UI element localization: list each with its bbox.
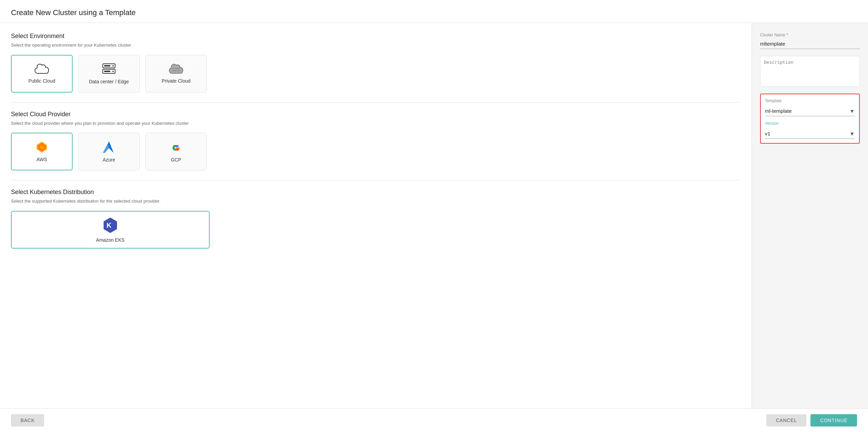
environment-desc: Select the operating environment for you… [11, 42, 741, 49]
svg-marker-10 [103, 144, 109, 153]
gcp-icon [169, 141, 184, 154]
page-header: Create New Cluster using a Template [0, 0, 868, 23]
private-cloud-icon [169, 64, 184, 75]
aws-label: AWS [36, 157, 47, 162]
k8s-distribution-options: K Amazon EKS [11, 211, 741, 249]
main-content: Select Environment Select the operating … [0, 23, 752, 408]
environment-section: Select Environment Select the operating … [11, 33, 741, 93]
cluster-name-label: Cluster Name * [760, 33, 860, 37]
right-panel: Cluster Name * Template ml-template othe… [752, 23, 868, 408]
k8s-desc: Select the supported Kubernetes distribu… [11, 198, 741, 205]
svg-rect-4 [104, 65, 110, 67]
option-aws[interactable]: AWS [11, 133, 73, 170]
back-button[interactable]: BACK [11, 414, 44, 427]
option-azure[interactable]: Azure [78, 133, 140, 170]
cloud-provider-title: Select Cloud Provider [11, 111, 741, 118]
option-datacenter-edge[interactable]: Data center / Edge [78, 55, 140, 93]
continue-button[interactable]: CONTINUE [810, 414, 857, 427]
cluster-name-input[interactable] [760, 39, 860, 49]
divider-2 [11, 180, 741, 180]
svg-rect-5 [104, 71, 110, 72]
private-cloud-label: Private Cloud [162, 78, 190, 84]
svg-point-3 [112, 71, 114, 72]
page-body: Select Environment Select the operating … [0, 23, 868, 408]
version-select-wrapper: v1 v2 ▾ [765, 129, 855, 139]
footer-right-buttons: CANCEL CONTINUE [766, 414, 857, 427]
amazon-eks-label: Amazon EKS [96, 237, 124, 243]
version-select[interactable]: v1 v2 [765, 129, 855, 139]
divider-1 [11, 102, 741, 103]
template-select[interactable]: ml-template other-template [765, 106, 855, 116]
template-select-wrapper: ml-template other-template ▾ [765, 106, 855, 116]
datacenter-edge-label: Data center / Edge [89, 79, 129, 84]
description-input[interactable] [760, 56, 860, 87]
option-gcp[interactable]: GCP [145, 133, 207, 170]
cancel-button[interactable]: CANCEL [766, 414, 807, 427]
template-group: Template ml-template other-template ▾ [765, 98, 855, 116]
page-footer: BACK CANCEL CONTINUE [0, 408, 868, 432]
page-title: Create New Cluster using a Template [11, 8, 857, 17]
template-version-section: Template ml-template other-template ▾ Ve… [760, 94, 860, 144]
gcp-label: GCP [171, 157, 181, 163]
cloud-provider-section: Select Cloud Provider Select the cloud p… [11, 111, 741, 171]
template-label: Template [765, 98, 855, 103]
cloud-provider-options: AWS Azure [11, 133, 741, 170]
cloud-provider-desc: Select the cloud provider where you plan… [11, 120, 741, 127]
option-amazon-eks[interactable]: K Amazon EKS [11, 211, 210, 249]
public-cloud-label: Public Cloud [28, 78, 55, 84]
environment-title: Select Environment [11, 33, 741, 40]
svg-text:K: K [107, 221, 112, 229]
option-public-cloud[interactable]: Public Cloud [11, 55, 73, 93]
cloud-icon [34, 64, 49, 75]
svg-point-2 [112, 65, 114, 67]
k8s-distribution-section: Select Kubernetes Distribution Select th… [11, 189, 741, 249]
cluster-name-group: Cluster Name * [760, 33, 860, 49]
aws-icon [33, 141, 50, 153]
datacenter-icon [102, 63, 116, 75]
eks-icon: K [102, 217, 119, 234]
azure-icon [101, 141, 116, 154]
description-group [760, 56, 860, 87]
k8s-title: Select Kubernetes Distribution [11, 189, 741, 196]
version-group: Version v1 v2 ▾ [765, 116, 855, 139]
environment-options: Public Cloud Data center [11, 55, 741, 93]
version-label: Version [765, 121, 855, 126]
azure-label: Azure [103, 157, 115, 163]
option-private-cloud[interactable]: Private Cloud [145, 55, 207, 93]
